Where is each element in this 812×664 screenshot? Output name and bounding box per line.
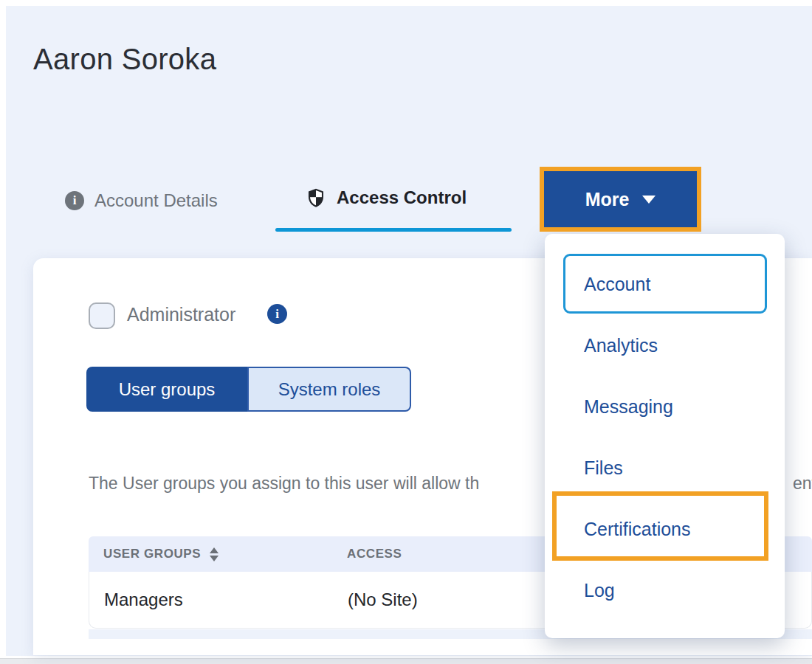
more-button-label: More	[585, 189, 630, 210]
tab-access-control-label: Access Control	[337, 187, 467, 208]
more-dropdown-menu: Account Analytics Messaging Files Certif…	[545, 234, 785, 638]
shield-icon	[306, 187, 326, 208]
cell-user-group: Managers	[104, 572, 183, 628]
screen: Aaron Soroka i Account Details Access Co…	[0, 0, 812, 664]
user-groups-description-fragment: ents	[793, 474, 812, 494]
menu-item-account-label: Account	[584, 274, 650, 295]
menu-item-certifications[interactable]: Certifications	[545, 499, 785, 560]
tab-account-details[interactable]: i Account Details	[65, 190, 218, 211]
caret-down-icon	[642, 196, 656, 204]
toggle-system-roles[interactable]: System roles	[247, 367, 411, 412]
administrator-label: Administrator	[127, 304, 235, 325]
menu-item-log[interactable]: Log	[545, 560, 785, 621]
column-access-label: ACCESS	[347, 547, 402, 561]
toggle-user-groups-label: User groups	[119, 379, 216, 400]
column-header-user-groups[interactable]: USER GROUPS	[103, 536, 219, 572]
cell-access: (No Site)	[348, 572, 418, 628]
user-groups-description: The User groups you assign to this user …	[89, 474, 545, 494]
administrator-info-icon[interactable]: i	[267, 304, 287, 324]
menu-item-certifications-label: Certifications	[584, 519, 691, 540]
menu-item-messaging[interactable]: Messaging	[545, 376, 785, 438]
tab-access-control[interactable]: Access Control	[306, 187, 467, 208]
administrator-checkbox[interactable]	[89, 302, 115, 329]
sort-icon[interactable]	[210, 547, 219, 561]
menu-item-log-label: Log	[584, 580, 615, 601]
menu-item-analytics-label: Analytics	[584, 335, 658, 356]
sort-up-arrow	[210, 547, 219, 553]
menu-item-files-label: Files	[584, 457, 623, 479]
more-dropdown-button[interactable]: More	[540, 167, 701, 232]
menu-item-account[interactable]: Account	[545, 254, 785, 315]
column-header-access: ACCESS	[347, 536, 402, 572]
menu-item-files[interactable]: Files	[545, 438, 785, 499]
tab-account-details-label: Account Details	[94, 190, 218, 211]
active-tab-underline	[275, 228, 512, 232]
toggle-user-groups[interactable]: User groups	[86, 367, 247, 412]
column-user-groups-label: USER GROUPS	[103, 547, 201, 561]
menu-item-messaging-label: Messaging	[584, 396, 673, 418]
menu-item-analytics[interactable]: Analytics	[545, 315, 785, 376]
page-title: Aaron Soroka	[33, 43, 216, 76]
sort-down-arrow	[210, 556, 219, 561]
toggle-system-roles-label: System roles	[278, 379, 381, 400]
info-icon: i	[65, 191, 84, 210]
bottom-edge-bar	[0, 658, 812, 664]
